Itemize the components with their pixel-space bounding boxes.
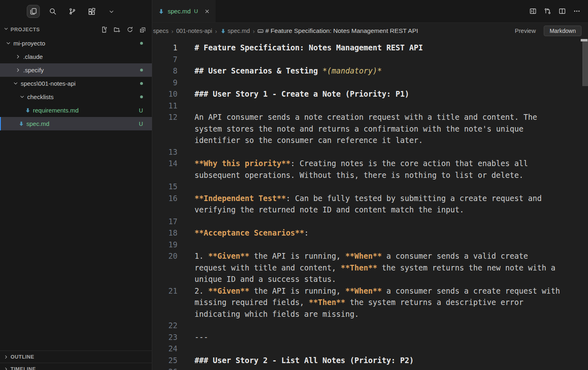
code-line-text: **Independent Test**: Can be fully teste… <box>195 193 562 216</box>
line-number: 10 <box>152 89 177 100</box>
open-preview-side-icon[interactable] <box>528 6 538 16</box>
code-line: 9 <box>152 77 588 89</box>
new-folder-icon[interactable] <box>113 26 121 34</box>
explorer-icon[interactable] <box>27 5 40 18</box>
code-line: 19 <box>152 239 588 251</box>
code-line-text <box>195 54 562 66</box>
code-segment: *(mandatory)* <box>322 67 382 75</box>
tree-item-checklists[interactable]: checklists <box>0 90 152 104</box>
modified-dot-badge <box>140 69 143 71</box>
views-chevron-icon[interactable] <box>105 5 118 18</box>
modified-dot-badge <box>140 42 143 45</box>
code-line: 24 <box>152 343 588 355</box>
collapse-all-icon[interactable] <box>139 26 147 34</box>
code-line-text: --- <box>195 332 562 344</box>
panel-label: OUTLINE <box>11 354 34 360</box>
sidebar-bottom-panels: OUTLINETIMELINE <box>0 351 152 370</box>
code-line-text: **Acceptance Scenarios**: <box>195 227 562 239</box>
code-segment: **Given** <box>208 252 249 260</box>
tree-item-claude[interactable]: .claude <box>0 50 152 63</box>
code-line: 212. **Given** the API is running, **Whe… <box>152 286 588 320</box>
code-segment: the API is running, <box>249 252 345 260</box>
chevron-down-icon <box>4 40 12 46</box>
code-line-text <box>195 366 562 370</box>
line-number: 18 <box>152 227 177 239</box>
code-line-text: # Feature Specification: Notes Managemen… <box>195 42 562 54</box>
tree-item-spec-md[interactable]: spec.mdU <box>0 117 152 130</box>
tree-item-specs-001-notes-api[interactable]: specs\001-notes-api <box>0 77 152 90</box>
code-segment: **Why this priority** <box>195 159 290 168</box>
panel-timeline[interactable]: TIMELINE <box>0 363 152 370</box>
code-line-text <box>195 320 562 332</box>
tree-item-label: .claude <box>23 53 43 60</box>
line-number: 21 <box>152 286 177 320</box>
tree-item-specify[interactable]: .specify <box>0 63 152 77</box>
line-number: 24 <box>152 343 177 355</box>
open-changes-icon[interactable] <box>543 6 552 16</box>
code-line: 13 <box>152 147 588 158</box>
markdown-file-icon <box>17 121 25 127</box>
split-editor-icon[interactable] <box>557 6 567 16</box>
code-line: 1# Feature Specification: Notes Manageme… <box>152 42 588 54</box>
preview-toggle[interactable]: Preview <box>515 28 536 34</box>
breadcrumb-bar: specs›001-notes-api›spec.md›# Feature Sp… <box>152 23 588 39</box>
tree-item-label: .specify <box>23 67 44 74</box>
code-line: 17 <box>152 216 588 228</box>
breadcrumb-separator: › <box>215 28 217 35</box>
code-line-text: 1. **Given** the API is running, **When*… <box>195 251 562 286</box>
tree-item-requirements-md[interactable]: requirements.mdU <box>0 104 152 117</box>
more-actions-icon[interactable] <box>572 6 582 16</box>
editor-actions <box>528 0 588 22</box>
line-number: 17 <box>152 216 177 228</box>
line-number: 23 <box>152 332 177 344</box>
breadcrumb-item[interactable]: specs <box>153 28 169 34</box>
code-segment: **Then** <box>309 298 345 307</box>
line-number: 1 <box>152 42 177 54</box>
extensions-icon[interactable] <box>85 5 98 18</box>
editor-content[interactable]: 1# Feature Specification: Notes Manageme… <box>152 39 588 370</box>
line-number: 9 <box>152 77 177 89</box>
tree-item-label: checklists <box>27 93 54 100</box>
breadcrumb-item[interactable]: 001-notes-api <box>176 28 212 34</box>
breadcrumb-separator: › <box>171 28 173 35</box>
code-line-text <box>195 239 562 251</box>
code-segment: **When** <box>345 287 382 295</box>
breadcrumb-item[interactable]: spec.md <box>228 28 250 34</box>
projects-section-header[interactable]: PROJECTS <box>0 23 152 37</box>
panel-outline[interactable]: OUTLINE <box>0 351 152 363</box>
code-segment: An API consumer sends a note creation re… <box>195 113 542 145</box>
code-segment: 2. <box>195 287 208 295</box>
code-segment: **Then** <box>341 264 377 272</box>
code-segment: ## User Scenarios & Testing <box>195 67 322 75</box>
editor-mode-toggle: Preview Markdown <box>515 26 582 36</box>
scrollbar-thumb[interactable] <box>582 41 588 86</box>
code-line-text: **Why this priority**: Creating notes is… <box>195 158 562 181</box>
code-line-text <box>195 147 562 158</box>
symbol-string-icon <box>257 28 264 34</box>
activity-bar <box>0 0 152 23</box>
markdown-mode-button[interactable]: Markdown <box>544 26 582 36</box>
markdown-file-icon <box>24 107 32 113</box>
search-icon[interactable] <box>46 5 59 18</box>
close-icon[interactable] <box>204 9 210 14</box>
new-file-icon[interactable] <box>100 26 108 34</box>
modified-dot-badge <box>140 95 143 98</box>
refresh-icon[interactable] <box>126 26 134 34</box>
tree-item-mi-proyecto[interactable]: mi-proyecto <box>0 37 152 50</box>
chevron-down-icon <box>3 26 9 33</box>
untracked-badge: U <box>139 107 143 114</box>
line-number: 13 <box>152 147 177 158</box>
line-number: 19 <box>152 239 177 251</box>
source-control-icon[interactable] <box>66 5 79 18</box>
tab-spec-md[interactable]: spec.md U <box>152 0 216 22</box>
untracked-badge: U <box>139 121 143 127</box>
line-number: 8 <box>152 65 177 77</box>
code-line-text: An API consumer sends a note creation re… <box>195 112 562 147</box>
chevron-right-icon <box>3 366 11 370</box>
breadcrumb-symbol[interactable]: # Feature Specification: Notes Managemen… <box>265 27 418 35</box>
code-segment: ### User Story 1 - Create a Note (Priori… <box>195 90 409 98</box>
panel-label: TIMELINE <box>11 366 36 370</box>
code-line: 14**Why this priority**: Creating notes … <box>152 158 588 181</box>
code-line-text: ## User Scenarios & Testing *(mandatory)… <box>195 65 562 77</box>
tab-bar: spec.md U <box>152 0 588 23</box>
